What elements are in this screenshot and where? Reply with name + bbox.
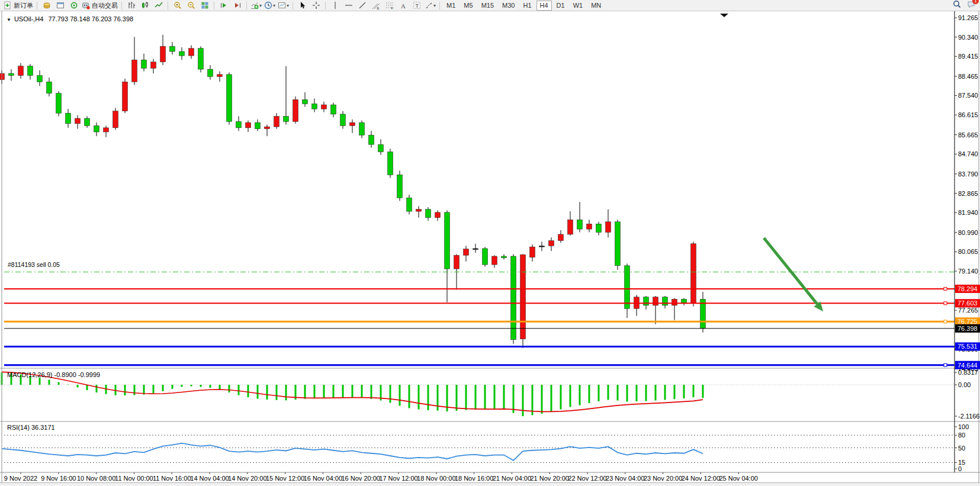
- time-tick-label: 21 Nov 20:00: [530, 475, 568, 482]
- line-handle[interactable]: [944, 287, 947, 290]
- candle: [75, 118, 81, 124]
- candle: [378, 144, 384, 152]
- price-tick-label: 80.065: [958, 248, 978, 255]
- candle: [502, 256, 507, 258]
- candle: [340, 114, 346, 125]
- price-marker-label: 78.294: [957, 285, 978, 292]
- cursor-icon[interactable]: [295, 1, 309, 11]
- candle: [37, 76, 43, 82]
- candle: [142, 60, 147, 68]
- crosshair-icon[interactable]: [309, 1, 323, 11]
- time-tick-label: 11 Nov 00:00: [115, 475, 153, 482]
- candle: [274, 116, 279, 127]
- chevron-down-icon: ▾: [433, 3, 436, 8]
- timeframe-m15-button[interactable]: M15: [478, 1, 497, 11]
- svg-text:A: A: [401, 2, 406, 9]
- time-tick-label: 9 Nov 16:00: [41, 475, 76, 482]
- periods-clock-icon[interactable]: ▾: [263, 1, 277, 11]
- timeframe-m1-button[interactable]: M1: [443, 1, 459, 11]
- chevron-down-icon: ▾: [259, 3, 262, 8]
- crosshair-glyph: [312, 1, 320, 9]
- arrows-icon[interactable]: ▾: [423, 1, 437, 11]
- candle: [56, 94, 62, 114]
- timeframe-m5-button[interactable]: M5: [460, 1, 476, 11]
- templates-icon[interactable]: ▾: [277, 1, 290, 11]
- candle: [113, 111, 118, 128]
- chart-bars-icon[interactable]: [124, 1, 138, 11]
- auto-trading-button[interactable]: 自动交易: [81, 1, 119, 11]
- toolbar-separator: [37, 2, 37, 9]
- time-tick-label: 10 Nov 08:00: [77, 475, 115, 482]
- search-icon[interactable]: [953, 0, 961, 11]
- timeframe-h4-button[interactable]: H4: [536, 1, 552, 11]
- auto-trading-button-label: 自动交易: [92, 1, 118, 10]
- time-tick-label: 21 Nov 04:00: [493, 475, 531, 482]
- trendline-icon[interactable]: [355, 1, 369, 11]
- new-order-button[interactable]: 新订单: [2, 1, 34, 11]
- toolbar-separator: [214, 2, 214, 9]
- rsi-tick-label: 50: [958, 445, 965, 452]
- candle: [322, 105, 327, 109]
- chevron-down-icon: ▾: [287, 3, 289, 8]
- candle: [416, 210, 422, 212]
- price-tick-label: 80.990: [958, 229, 978, 236]
- candle: [9, 73, 14, 76]
- depth-of-market-icon[interactable]: [40, 1, 53, 11]
- linechart-glyph: [155, 1, 163, 9]
- candle: [492, 256, 497, 265]
- zoomout-glyph: [187, 1, 195, 9]
- svg-text:E: E: [377, 7, 379, 10]
- candle: [179, 52, 185, 56]
- candle: [653, 297, 658, 305]
- chart-line-icon[interactable]: [152, 1, 165, 11]
- candle: [28, 66, 33, 76]
- price-marker-label: 76.725: [957, 318, 978, 325]
- candle: [464, 249, 469, 256]
- candle: [217, 75, 223, 77]
- equidistant-channel-icon[interactable]: E: [369, 1, 383, 11]
- candle: [397, 175, 403, 198]
- candle: [85, 118, 90, 125]
- chart-candles-icon[interactable]: [138, 1, 152, 11]
- tile-windows-icon[interactable]: [198, 1, 211, 11]
- candle: [265, 127, 270, 129]
- candle: [350, 123, 355, 125]
- candle: [123, 82, 128, 111]
- toolbar-separator: [439, 2, 440, 9]
- clock-glyph: [264, 1, 272, 9]
- chart-canvas: 91.26590.34089.41588.46587.54086.61585.6…: [0, 0, 980, 486]
- timeframe-w1-button[interactable]: W1: [570, 1, 587, 11]
- window-glyph: [56, 1, 65, 9]
- candles-glyph: [141, 1, 149, 9]
- zoom-in-icon[interactable]: [171, 1, 184, 11]
- fibonacci-icon[interactable]: F: [383, 1, 396, 11]
- candle: [198, 49, 204, 69]
- window-bottom-frame: [0, 483, 980, 486]
- chart-shift-icon[interactable]: [230, 1, 244, 11]
- shiftchart-glyph: [233, 1, 242, 9]
- candle: [454, 255, 460, 269]
- text-label-icon[interactable]: T: [410, 1, 423, 11]
- candle: [530, 247, 535, 258]
- timeframe-h1-button[interactable]: H1: [519, 1, 535, 11]
- zoomin-glyph: [173, 1, 182, 9]
- horizontal-line-icon[interactable]: [342, 1, 355, 11]
- line-handle[interactable]: [944, 320, 947, 323]
- timeframe-mn-button[interactable]: MN: [587, 1, 605, 11]
- line-handle[interactable]: [944, 302, 947, 305]
- price-tick-label: 85.665: [958, 131, 978, 139]
- profile-window-icon[interactable]: [53, 1, 67, 11]
- auto-scroll-icon[interactable]: [217, 1, 230, 11]
- candle: [236, 121, 242, 128]
- market-signal-icon[interactable]: [67, 1, 81, 11]
- zoom-out-icon[interactable]: [184, 1, 198, 11]
- toolbar-separator: [168, 2, 168, 9]
- timeframe-m30-button[interactable]: M30: [499, 1, 518, 11]
- vertical-line-icon[interactable]: [328, 1, 342, 11]
- timeframe-d1-button[interactable]: D1: [553, 1, 568, 11]
- line-handle[interactable]: [944, 363, 947, 366]
- notifications-icon[interactable]: 1: [967, 0, 975, 11]
- indicators-add-icon[interactable]: ▾: [249, 1, 263, 11]
- text-icon[interactable]: A: [396, 1, 410, 11]
- candle: [132, 60, 137, 82]
